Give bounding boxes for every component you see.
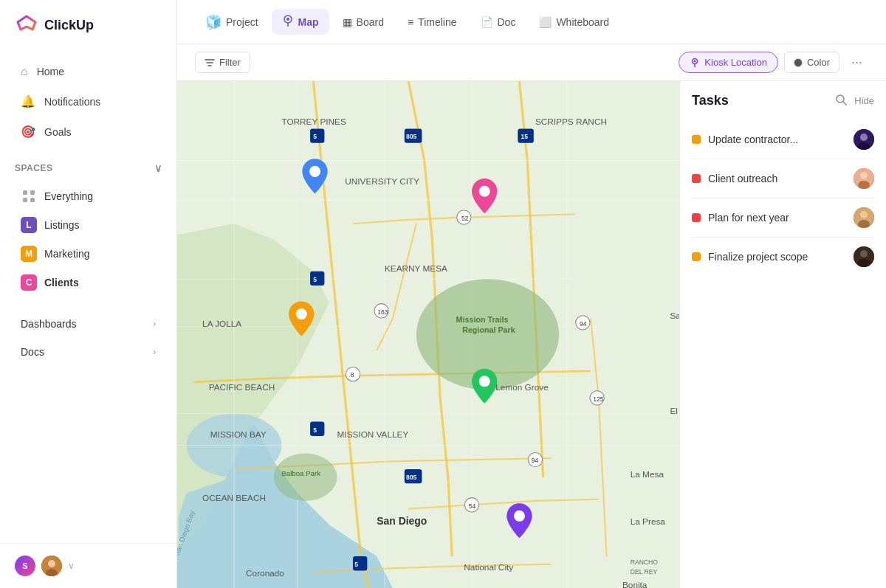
svg-text:LA JOLLA: LA JOLLA xyxy=(202,319,241,329)
sidebar-item-goals-label: Goals xyxy=(44,126,72,138)
tab-timeline-label: Timeline xyxy=(418,16,456,28)
whiteboard-icon: ⬜ xyxy=(539,16,552,28)
everything-grid-icon xyxy=(21,188,37,204)
svg-text:National City: National City xyxy=(464,562,513,573)
tasks-title: Tasks xyxy=(692,93,729,108)
tasks-search-button[interactable] xyxy=(835,94,847,108)
svg-text:5: 5 xyxy=(313,276,317,283)
main-content: 🧊 Project Map ▦ Board ≡ Timeline 📄 Doc ⬜… xyxy=(177,0,886,588)
svg-point-94 xyxy=(860,172,868,179)
tab-map[interactable]: Map xyxy=(272,9,329,35)
svg-text:15: 15 xyxy=(521,133,529,140)
tab-whiteboard[interactable]: ⬜ Whiteboard xyxy=(529,10,619,34)
task-3-avatar xyxy=(854,207,874,228)
sidebar-item-home[interactable]: ⌂ Home xyxy=(6,58,171,86)
filter-label: Filter xyxy=(219,57,241,68)
svg-point-9 xyxy=(286,18,289,21)
svg-rect-3 xyxy=(23,198,27,202)
svg-text:MISSION VALLEY: MISSION VALLEY xyxy=(337,429,409,440)
toolbar-left: Filter xyxy=(195,52,250,73)
chevron-down-icon[interactable]: ∨ xyxy=(68,561,75,571)
svg-text:SCRIPPS RANCH: SCRIPPS RANCH xyxy=(535,117,607,127)
svg-text:52: 52 xyxy=(461,215,469,222)
sidebar-nav: ⌂ Home 🔔 Notifications 🎯 Goals xyxy=(0,50,176,153)
user-photo-avatar[interactable] xyxy=(41,556,62,576)
toolbar-right: Kiosk Location Color ··· xyxy=(679,52,868,73)
tasks-panel: Tasks Hide Update contractor... Client o… xyxy=(679,81,886,588)
filter-button[interactable]: Filter xyxy=(195,52,250,73)
spaces-chevron-icon[interactable]: ∨ xyxy=(154,162,162,174)
clickup-logo-icon xyxy=(15,13,38,37)
sidebar-item-clients[interactable]: C Clients xyxy=(6,269,171,297)
task-item-1[interactable]: Update contractor... xyxy=(692,120,874,159)
svg-point-83 xyxy=(479,186,490,197)
kiosk-label: Kiosk Location xyxy=(704,57,767,68)
task-4-label: Finalize project scope xyxy=(708,251,846,263)
task-2-avatar xyxy=(854,168,874,189)
more-options-button[interactable]: ··· xyxy=(845,52,868,73)
svg-point-86 xyxy=(514,511,525,522)
tasks-hide-button[interactable]: Hide xyxy=(854,95,874,106)
map-container[interactable]: Mission Trails Regional Park Balboa Park… xyxy=(177,81,679,588)
sidebar-item-goals[interactable]: 🎯 Goals xyxy=(6,117,171,146)
map-toolbar: Filter Kiosk Location Color ··· xyxy=(177,44,886,81)
sidebar-item-listings[interactable]: L Listings xyxy=(6,211,171,239)
user-initial-avatar[interactable]: S xyxy=(15,556,35,576)
svg-text:DEL REY: DEL REY xyxy=(631,568,658,575)
svg-rect-37 xyxy=(310,422,324,436)
sidebar-item-notifications[interactable]: 🔔 Notifications xyxy=(6,87,171,116)
sidebar-bottom: S ∨ xyxy=(0,543,176,588)
task-item-2[interactable]: Client outreach xyxy=(692,159,874,198)
svg-text:125: 125 xyxy=(593,395,604,403)
tab-timeline[interactable]: ≡ Timeline xyxy=(397,10,467,34)
tab-board[interactable]: ▦ Board xyxy=(332,10,394,34)
svg-text:TORREY PINES: TORREY PINES xyxy=(281,117,346,127)
svg-text:La Presa: La Presa xyxy=(631,516,666,527)
svg-text:94: 94 xyxy=(580,320,587,328)
svg-point-11 xyxy=(694,60,696,62)
sidebar-item-docs[interactable]: Docs › xyxy=(6,339,171,365)
svg-text:OCEAN BEACH: OCEAN BEACH xyxy=(202,493,266,503)
svg-text:Mission Trails: Mission Trails xyxy=(456,315,509,324)
svg-text:Lemon Grove: Lemon Grove xyxy=(495,382,549,392)
task-4-status-dot xyxy=(692,252,701,261)
svg-text:163: 163 xyxy=(377,308,388,316)
svg-marker-0 xyxy=(18,16,35,30)
goals-icon: 🎯 xyxy=(21,125,35,139)
sidebar-item-marketing[interactable]: M Marketing xyxy=(6,240,171,268)
docs-chevron-icon: › xyxy=(153,347,156,357)
svg-line-89 xyxy=(843,102,846,105)
svg-text:5: 5 xyxy=(313,133,317,140)
bell-icon: 🔔 xyxy=(21,94,35,108)
dashboards-label: Dashboards xyxy=(21,318,77,330)
kiosk-location-button[interactable]: Kiosk Location xyxy=(679,52,778,73)
tab-whiteboard-label: Whiteboard xyxy=(556,16,609,28)
clients-label: Clients xyxy=(44,277,79,288)
color-circle-icon xyxy=(794,58,803,67)
tab-project[interactable]: 🧊 Project xyxy=(195,8,269,36)
sidebar-item-everything[interactable]: Everything xyxy=(6,182,171,210)
task-item-3[interactable]: Plan for next year xyxy=(692,198,874,238)
logo: ClickUp xyxy=(0,0,176,50)
marketing-label: Marketing xyxy=(44,248,89,260)
task-3-label: Plan for next year xyxy=(708,212,846,224)
color-button[interactable]: Color xyxy=(784,52,839,73)
svg-text:Bonita: Bonita xyxy=(622,580,648,588)
task-4-avatar xyxy=(854,246,874,267)
svg-text:La Mesa: La Mesa xyxy=(631,469,664,480)
task-1-status-dot xyxy=(692,135,701,144)
svg-point-82 xyxy=(309,166,320,177)
marketing-badge: M xyxy=(21,246,37,262)
svg-rect-35 xyxy=(310,271,324,286)
map-svg: Mission Trails Regional Park Balboa Park… xyxy=(177,81,679,588)
svg-rect-33 xyxy=(310,128,324,142)
sidebar-item-dashboards[interactable]: Dashboards › xyxy=(6,311,171,337)
spaces-list: Everything L Listings M Marketing C Clie… xyxy=(0,179,176,300)
svg-point-31 xyxy=(274,454,337,501)
tab-doc[interactable]: 📄 Doc xyxy=(470,10,526,34)
svg-text:94: 94 xyxy=(532,457,539,464)
svg-point-100 xyxy=(860,250,868,257)
sidebar: ClickUp ⌂ Home 🔔 Notifications 🎯 Goals S… xyxy=(0,0,177,588)
tasks-header: Tasks Hide xyxy=(692,93,874,108)
task-item-4[interactable]: Finalize project scope xyxy=(692,238,874,276)
